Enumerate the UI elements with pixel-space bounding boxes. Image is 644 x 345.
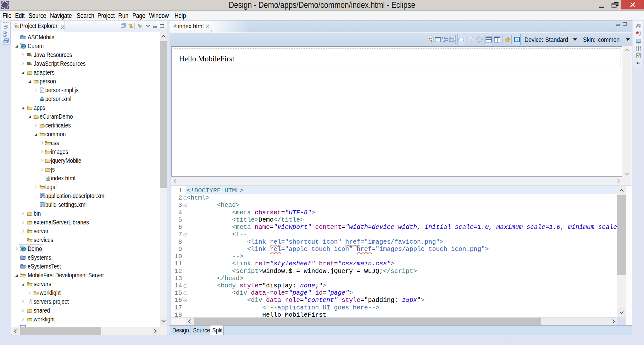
svg-text:e: e — [516, 38, 518, 41]
svg-text:u: u — [638, 61, 640, 65]
svg-text:J: J — [636, 60, 638, 65]
